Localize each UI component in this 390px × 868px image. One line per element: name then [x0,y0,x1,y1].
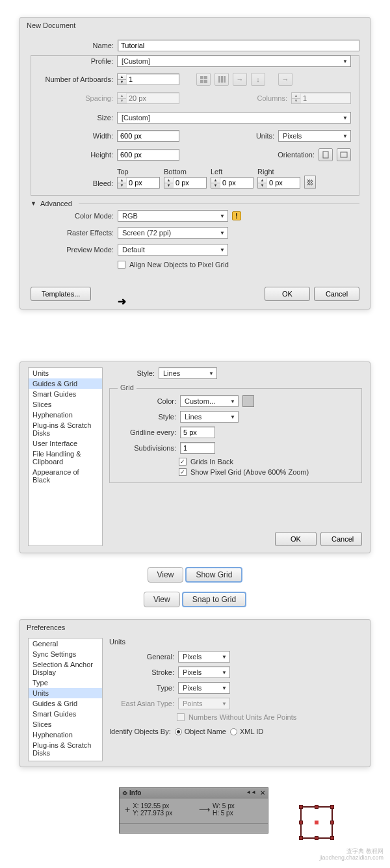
type-dropdown[interactable]: Pixels▼ [178,682,230,694]
portrait-icon[interactable] [318,148,333,161]
sidebar-item[interactable]: Slices [29,719,102,730]
close-icon[interactable]: ✕ [260,789,265,796]
height-input[interactable] [117,149,179,161]
columns-label: Columns: [248,94,287,102]
prefs1-ok-button[interactable]: OK [275,532,317,546]
stroke-dropdown[interactable]: Pixels▼ [178,666,230,678]
identify-label: Identify Objects By: [109,728,171,735]
info-tab[interactable]: ≎ Info [122,789,141,796]
size-dropdown[interactable]: [Custom]▼ [117,112,351,124]
show-grid-button[interactable]: Show Grid [185,567,242,583]
snap-grid-button[interactable]: Snap to Grid [182,592,246,607]
link-bleed-icon[interactable]: ⛓ [304,176,316,189]
pixel-grid-label: Show Pixel Grid (Above 600% Zoom) [190,468,309,476]
prefs1-cancel-button[interactable]: Cancel [320,532,362,546]
units-dropdown[interactable]: Pixels▼ [278,130,351,142]
position-icon: + [125,804,130,815]
view-menu-2[interactable]: View [144,592,180,607]
artboards-input[interactable]: ▲▼ [117,73,179,85]
w-label: W: [213,802,220,809]
name-input[interactable] [118,40,359,51]
preview-label: Preview Mode: [31,246,114,254]
gridline-label: Gridline every: [118,428,176,436]
sidebar-item[interactable]: Appearance of Black [29,467,102,485]
sidebar-item[interactable]: Guides & Grid [29,378,102,389]
prefs2-title: Preferences [20,620,370,635]
pointer-arrow-icon: ➜ [118,295,126,308]
sidebar-item[interactable]: Hyphenation [29,730,102,740]
prefs2-sidebar: GeneralSync SettingsSelection & Anchor D… [28,638,103,761]
sidebar-item[interactable]: Guides & Grid [29,698,102,709]
view-menu-1[interactable]: View [148,567,184,583]
sidebar-item[interactable]: General [29,638,102,649]
gridline-input[interactable] [180,427,215,438]
object-name-radio[interactable]: Object Name [175,728,226,735]
guides-style-dropdown[interactable]: Lines▼ [159,367,217,379]
sidebar-item[interactable]: Units [29,368,102,378]
grid-color-swatch[interactable] [242,395,254,407]
templates-button[interactable]: Templates... [31,287,91,301]
bleed-right-input[interactable]: ▲▼ [257,177,300,189]
grid-color-dropdown[interactable]: Custom...▼ [180,395,239,407]
chevron-down-icon: ▼ [343,115,348,121]
selected-object-icon [300,806,333,839]
grid-style-label: Style: [118,413,176,421]
dimensions-icon: ⟶ [199,805,210,814]
type-label: Type: [109,684,174,692]
nopts-label: Numbers Without Units Are Points [188,713,296,721]
bleed-left-input[interactable]: ▲▼ [211,177,254,189]
landscape-icon[interactable] [337,148,351,161]
bleed-top-input[interactable]: ▲▼ [117,177,160,189]
ok-button[interactable]: OK [265,287,310,301]
subdiv-input[interactable] [180,442,215,454]
raster-label: Raster Effects: [31,229,114,237]
cancel-button[interactable]: Cancel [314,287,359,301]
grids-back-checkbox[interactable] [179,458,187,466]
sidebar-item[interactable]: Plug-ins & Scratch Disks [29,420,102,438]
sidebar-item[interactable]: Hyphenation [29,410,102,420]
sidebar-item[interactable]: Slices [29,399,102,410]
sidebar-item[interactable]: Smart Guides [29,389,102,399]
sidebar-item[interactable]: Units [29,688,102,698]
y-label: Y: [133,809,138,817]
warning-icon: ! [232,211,241,220]
chevron-down-icon: ▼ [209,371,214,376]
color-mode-dropdown[interactable]: RGB▼ [118,210,228,222]
pixel-grid-checkbox[interactable] [179,468,187,476]
general-dropdown[interactable]: Pixels▼ [178,651,230,663]
sidebar-item[interactable]: Smart Guides [29,709,102,719]
grid-col-icon [214,73,229,86]
arrow-right-icon: → [233,73,247,86]
raster-dropdown[interactable]: Screen (72 ppi)▼ [118,227,228,239]
columns-input: ▲▼ [291,92,351,104]
spacing-label: Spacing: [39,94,113,102]
sidebar-item[interactable]: Sync Settings [29,649,102,659]
width-label: Width: [39,132,113,140]
xml-id-radio[interactable]: XML ID [230,728,263,735]
profile-label: Profile: [39,57,113,65]
sidebar-item[interactable]: Selection & Anchor Display [29,659,102,677]
sidebar-item[interactable]: Plug-ins & Scratch Disks [29,740,102,758]
sidebar-item[interactable]: File Handling & Clipboard [29,449,102,467]
chevron-down-icon: ▼ [220,247,225,253]
chevron-down-icon: ▼ [230,399,235,404]
grid-style-dropdown[interactable]: Lines▼ [180,411,239,423]
sidebar-item[interactable]: User Interface [29,758,102,761]
align-grid-checkbox[interactable] [118,261,125,269]
width-input[interactable] [117,130,179,142]
bleed-bottom-input[interactable]: ▲▼ [164,177,207,189]
units-section-label: Units [109,638,362,646]
subdiv-label: Subdivisions: [118,444,176,452]
orientation-label: Orientation: [265,151,315,159]
sidebar-item[interactable]: User Interface [29,438,102,449]
sidebar-item[interactable]: Type [29,677,102,688]
disclosure-icon[interactable]: ▼ [31,200,36,207]
arrow-r2-icon: → [278,73,292,86]
preview-dropdown[interactable]: Default▼ [118,244,228,256]
grid-row-icon [196,73,211,86]
name-label: Name: [31,42,114,49]
h-value: 5 px [221,809,233,817]
collapse-icon[interactable]: ◄◄ [246,789,256,796]
bleed-right-label: Right [257,168,300,176]
profile-dropdown[interactable]: [Custom]▼ [117,55,351,67]
